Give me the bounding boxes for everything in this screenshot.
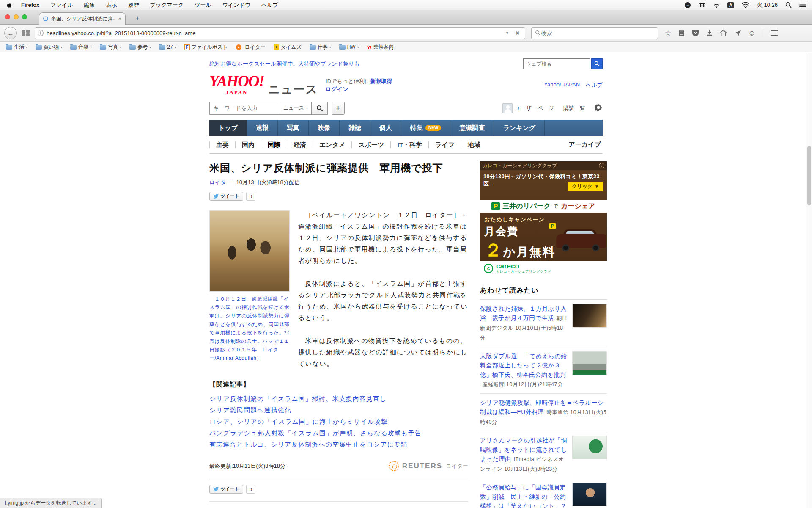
related-article-title[interactable]: 大阪ダブル選 「てめえらの給料全部返上したって２億か３億」橋下氏、柳本氏公約を批…: [480, 353, 567, 378]
menubar-item[interactable]: 編集: [84, 1, 95, 9]
bookmark-item[interactable]: 音楽 ▾: [70, 44, 92, 51]
user-page-link[interactable]: ユーザーページ: [502, 103, 554, 113]
web-search-input[interactable]: [523, 58, 590, 69]
tab-groups-icon[interactable]: [22, 30, 30, 36]
bookmark-item[interactable]: ロイター: [236, 44, 266, 51]
subnav-item[interactable]: 国際: [261, 141, 287, 148]
promo-link[interactable]: 絶対お得なホークスセール開催中。大特価やブランド祭りも: [209, 60, 359, 68]
nav-tab[interactable]: 速報: [247, 120, 278, 136]
nav-tab[interactable]: 特集 NEW: [401, 120, 450, 136]
related-article-item[interactable]: シリア穏健派攻撃、即時停止を＝ベラルーシ制裁は緩和―EU外相理時事通信10月13…: [480, 394, 607, 431]
signup-link[interactable]: 新規取得: [370, 78, 392, 84]
send-icon[interactable]: [734, 30, 741, 36]
related-link[interactable]: ロシア、シリアの「イスラム国」に海上からミサイル攻撃: [209, 416, 468, 427]
menu-hamburger-icon[interactable]: [771, 30, 778, 36]
web-search-button[interactable]: [591, 58, 603, 69]
source-link[interactable]: ロイター: [209, 179, 232, 185]
tweet-button-bottom[interactable]: ツイート: [209, 485, 243, 494]
url-text[interactable]: headlines.yahoo.co.jp/hl?a=20151013-0000…: [47, 30, 502, 36]
spotlight-icon[interactable]: [785, 2, 792, 8]
wireless-device-icon[interactable]: [713, 2, 720, 8]
back-button[interactable]: ←: [4, 27, 17, 39]
related-article-item[interactable]: アリさんマークの引越社が「恫喝映像」をネットに流されてしまった理由ITmedia…: [480, 431, 607, 478]
stop-loading-icon[interactable]: ×: [513, 30, 522, 36]
related-link[interactable]: シリア難民問題へ連携強化: [209, 404, 468, 416]
ad-click-button[interactable]: クリック ▼: [568, 182, 603, 191]
subnav-item[interactable]: 国内: [235, 141, 261, 148]
subnav-item[interactable]: ライフ: [428, 141, 461, 148]
help-link[interactable]: ヘルプ: [586, 81, 603, 89]
yahoo-news-logo[interactable]: YAHOO! JAPAN ニュース: [209, 74, 318, 96]
tab-close-icon[interactable]: ×: [118, 16, 121, 22]
login-link[interactable]: ログイン: [326, 86, 348, 92]
subnav-item[interactable]: 主要: [209, 141, 235, 148]
yahoo-japan-link[interactable]: Yahoo! JAPAN: [544, 81, 580, 89]
related-link[interactable]: シリア反体制派の「イスラム国」掃討、米支援内容見直し: [209, 393, 468, 404]
nav-tab[interactable]: 映像: [309, 120, 340, 136]
browser-search-input[interactable]: [541, 30, 654, 36]
related-article-item[interactable]: 保護された姉妹、１カ月ぶり入浴 親子が月４万円で生活朝日新聞デジタル10月10日…: [480, 300, 607, 347]
subnav-item[interactable]: 経済: [287, 141, 313, 148]
pocket-icon[interactable]: [692, 30, 699, 36]
menubar-clock[interactable]: 火 10:26: [757, 1, 778, 9]
notification-center-icon[interactable]: [799, 2, 806, 8]
browser-tab[interactable]: 米国、シリア反体制派に弾... ×: [39, 12, 126, 25]
related-article-title[interactable]: 保護された姉妹、１カ月ぶり入浴 親子が月４万円で生活: [480, 305, 567, 321]
nav-tab[interactable]: 個人: [370, 120, 401, 136]
subnav-item[interactable]: 地域: [461, 141, 487, 148]
subnav-item[interactable]: スポーツ: [351, 141, 390, 148]
gear-icon[interactable]: [595, 104, 603, 113]
related-article-item[interactable]: 「公務員給与」に「国会議員定数」削減 民主・維新の「公約構想」は「笑えないコント…: [480, 478, 607, 508]
subnav-item[interactable]: IT・科学: [390, 141, 428, 148]
menubar-item[interactable]: ウインドウ: [222, 1, 251, 9]
creative-cloud-icon[interactable]: ∞: [684, 2, 691, 8]
close-window-button[interactable]: [5, 14, 10, 19]
bookmark-item[interactable]: 写真 ▾: [100, 44, 121, 51]
input-source-icon[interactable]: A: [727, 2, 734, 8]
browser-search-bar[interactable]: [531, 27, 658, 39]
subscriptions-link[interactable]: 購読一覧: [563, 105, 585, 112]
wifi-icon[interactable]: [742, 2, 749, 8]
ad-info-icon[interactable]: i: [599, 163, 604, 168]
bookmark-item[interactable]: Y! 乗換案内: [367, 44, 394, 51]
nav-tab[interactable]: トップ: [209, 120, 247, 136]
menu-firefox[interactable]: Firefox: [21, 2, 39, 8]
menubar-item[interactable]: ヘルプ: [261, 1, 278, 9]
archive-link[interactable]: アーカイブ: [569, 141, 603, 149]
url-bar[interactable]: headlines.yahoo.co.jp/hl?a=20151013-0000…: [35, 27, 525, 39]
menubar-item[interactable]: 履歴: [128, 1, 139, 9]
subnav-item[interactable]: エンタメ: [313, 141, 351, 148]
nav-tab[interactable]: 意識調査: [450, 120, 494, 136]
related-link[interactable]: バングラデシュ邦人射殺「イスラム国」が声明、さらなる攻撃も予告: [209, 427, 468, 439]
bookmark-item[interactable]: F ファイルポスト: [184, 44, 228, 51]
bookmark-item[interactable]: 買い物 ▾: [36, 44, 62, 51]
article-photo[interactable]: [209, 210, 290, 292]
nav-tab[interactable]: 写真: [278, 120, 309, 136]
menubar-item[interactable]: 表示: [106, 1, 117, 9]
smiley-extension-icon[interactable]: ☺: [748, 30, 755, 37]
news-search-input[interactable]: [210, 105, 280, 111]
related-article-title[interactable]: 「公務員給与」に「国会議員定数」削減 民主・維新の「公約構想」は「笑えないコント…: [480, 484, 567, 508]
bookmark-item[interactable]: 仕事 ▾: [310, 44, 331, 51]
related-link[interactable]: 有志連合とトルコ、シリア反体制派への空爆中止をロシアに要請: [209, 439, 468, 450]
minimize-window-button[interactable]: [14, 14, 19, 19]
scrollbar-track[interactable]: [806, 53, 812, 508]
menubar-item[interactable]: ブックマーク: [150, 1, 184, 9]
bookmark-item[interactable]: 参考 ▾: [129, 44, 151, 51]
new-tab-button[interactable]: +: [132, 14, 143, 22]
bookmark-item[interactable]: 生活 ▾: [6, 44, 27, 51]
add-search-tab-button[interactable]: +: [332, 102, 345, 115]
downloads-icon[interactable]: [706, 30, 713, 36]
menubar-item[interactable]: ファイル: [50, 1, 73, 9]
zoom-window-button[interactable]: [22, 14, 27, 19]
nav-tab[interactable]: ランキング: [494, 120, 545, 136]
clipper-icon[interactable]: [678, 30, 685, 37]
related-article-item[interactable]: 大阪ダブル選 「てめえらの給料全部返上したって２億か３億」橋下氏、柳本氏公約を批…: [480, 347, 607, 394]
tweet-button[interactable]: ツイート: [209, 192, 243, 201]
bookmark-item[interactable]: T タイムズ: [274, 44, 302, 51]
apple-logo-icon[interactable]: [6, 2, 12, 8]
menubar-item[interactable]: ツール: [195, 1, 211, 9]
dropbox-icon[interactable]: [699, 2, 705, 8]
bookmark-item[interactable]: HW ▾: [339, 44, 359, 50]
bookmark-item[interactable]: 27 ▾: [159, 44, 176, 50]
